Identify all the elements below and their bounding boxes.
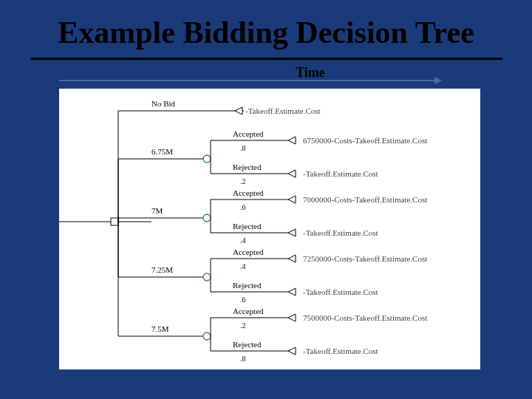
svg-marker-46 [288,347,296,355]
probability-label: .8 [240,355,246,363]
bid-label: 7M [151,206,163,215]
bid-label: 7.25M [151,265,173,274]
probability-label: .8 [240,144,246,152]
svg-point-10 [203,155,211,163]
outcome-value: 7250000-Costs-Takeoff.Estimate.Cost [303,254,427,263]
outcome-value: 7500000-Costs-Takeoff.Estimate.Cost [303,313,427,322]
outcome-value: -Takeoff.Estimate.Cost [303,169,378,178]
probability-label: .2 [240,321,246,330]
outcome-value: -Takeoff.Estimate.Cost [303,347,378,355]
outcome-label: Accepted [233,307,264,316]
outcome-label: Rejected [233,222,262,231]
svg-marker-36 [288,288,296,296]
tree-canvas: No Bid-Takeoff.Estimate.Cost6.75MAccepte… [59,89,480,369]
svg-point-40 [203,332,211,340]
probability-label: .6 [240,203,246,211]
svg-marker-16 [288,170,296,177]
outcome-value: 7000000-Costs-Takeoff.Estimate.Cost [303,195,427,204]
svg-marker-6 [235,107,242,115]
svg-marker-33 [288,255,296,262]
title-underline [31,58,502,60]
svg-marker-13 [288,137,296,144]
svg-marker-23 [288,196,296,203]
slide: Example Bidding Decision Tree Time No Bi… [0,0,532,399]
probability-label: .4 [240,236,246,245]
outcome-label: Rejected [233,281,262,290]
outcome-value: 6750000-Costs-Takeoff.Estimate.Cost [303,136,427,145]
svg-marker-43 [288,314,296,321]
slide-title: Example Bidding Decision Tree [30,15,502,50]
outcome-value: -Takeoff.Estimate.Cost [303,287,378,296]
bid-label: 7.5M [151,324,169,333]
outcome-label: Rejected [233,163,262,171]
probability-label: .6 [240,296,246,304]
svg-rect-2 [111,218,118,225]
bid-label: No Bid [151,99,176,108]
probability-label: .4 [240,262,246,270]
outcome-value: -Takeoff.Estimate.Cost [303,228,378,237]
svg-marker-26 [288,229,296,236]
bid-label: 6.75M [151,147,173,156]
time-axis-label: Time [192,65,429,81]
time-arrow-icon [59,80,436,81]
decision-tree: No Bid-Takeoff.Estimate.Cost6.75MAccepte… [59,89,480,369]
outcome-label: Accepted [233,248,264,256]
probability-label: .2 [240,177,246,185]
outcome-value: -Takeoff.Estimate.Cost [245,106,321,115]
svg-point-30 [203,273,211,281]
svg-point-20 [203,214,211,222]
outcome-label: Rejected [233,340,262,349]
outcome-label: Accepted [233,129,264,138]
outcome-label: Accepted [233,188,264,197]
